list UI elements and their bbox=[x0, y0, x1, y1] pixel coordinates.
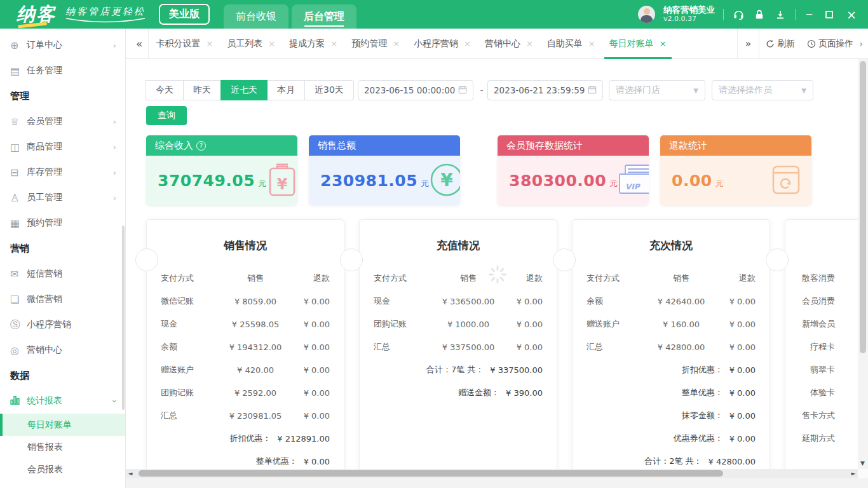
close-tab-icon[interactable]: × bbox=[464, 39, 471, 48]
tab[interactable]: 员工列表 × bbox=[220, 29, 282, 59]
sidebar-subitem-sales-report[interactable]: 销售报表 bbox=[0, 436, 125, 458]
operator-select[interactable]: 请选择操作员 ▼ bbox=[712, 80, 813, 100]
refresh-button[interactable]: 刷新 bbox=[759, 38, 801, 50]
range-button[interactable]: 昨天 bbox=[183, 80, 221, 100]
tab[interactable]: 自助买单 × bbox=[540, 29, 602, 59]
window-close-button[interactable]: × bbox=[844, 8, 859, 22]
tab[interactable]: 卡积分设置 × bbox=[149, 29, 220, 59]
scroll-left-arrow-icon[interactable]: ◄ bbox=[126, 470, 135, 477]
tab[interactable]: 提成方案 × bbox=[282, 29, 344, 59]
panel-times-card-situation: 充次情况 支付方式 销售 退款 余额 ¥ 42640.00 ¥ 0.00 赠送账… bbox=[572, 219, 770, 469]
panel-rows: 余额 ¥ 42640.00 ¥ 0.00 赠送账户 ¥ 160.00 ¥ 0.0… bbox=[573, 290, 770, 358]
range-button[interactable]: 近30天 bbox=[304, 80, 354, 100]
panel-rows: 现金 ¥ 336500.00 ¥ 0.00 团购记账 ¥ 1000.00 ¥ 0… bbox=[360, 290, 557, 358]
sidebar-section-marketing: 营销 bbox=[0, 236, 125, 261]
chevron-right-icon: › bbox=[113, 41, 116, 50]
page-operations-button[interactable]: 页面操作 bbox=[801, 38, 859, 50]
sidebar-item-goods-management[interactable]: ◫ 商品管理 › bbox=[0, 134, 125, 159]
topbar-divider bbox=[723, 9, 724, 20]
table-row: 汇总 ¥ 230981.05 ¥ 0.00 bbox=[147, 404, 344, 427]
summary-row: 赠送金额： ¥ 390.00 bbox=[360, 381, 557, 404]
close-tab-icon[interactable]: × bbox=[526, 39, 533, 48]
refund-box-icon bbox=[768, 163, 804, 199]
lock-icon[interactable] bbox=[753, 8, 766, 21]
vertical-scrollbar[interactable]: ▼ bbox=[858, 59, 868, 478]
loading-spinner bbox=[487, 264, 508, 287]
tab[interactable]: 预约管理 × bbox=[344, 29, 407, 59]
range-button[interactable]: 今天 bbox=[146, 80, 184, 100]
horizontal-scrollbar-thumb[interactable] bbox=[139, 470, 723, 477]
tab[interactable]: 营销中心 × bbox=[478, 29, 540, 59]
sidebar-item-staff-management[interactable]: ♙ 员工管理 › bbox=[0, 185, 125, 210]
sidebar-item-miniprogram-marketing[interactable]: Ⓢ 小程序营销 bbox=[0, 312, 125, 337]
calendar-icon bbox=[458, 85, 467, 96]
sidebar-item-sms-marketing[interactable]: ✉ 短信营销 bbox=[0, 261, 125, 287]
logo-text: 纳客 bbox=[17, 3, 56, 25]
row-label: 体验卡 bbox=[785, 381, 858, 404]
close-tab-icon[interactable]: × bbox=[393, 39, 400, 48]
range-button[interactable]: 本月 bbox=[267, 80, 305, 100]
tab[interactable]: 每日对账单 × bbox=[602, 29, 674, 59]
app-logo: 纳客 bbox=[17, 2, 56, 27]
sidebar-subitem-daily-statement[interactable]: 每日对账单 bbox=[0, 414, 125, 436]
sidebar-item-task-management[interactable]: ▤ 任务管理 bbox=[0, 58, 125, 83]
sidebar-item-member-management[interactable]: ♕ 会员管理 › bbox=[0, 109, 125, 134]
help-icon[interactable]: ? bbox=[196, 141, 206, 151]
search-button[interactable]: 查询 bbox=[146, 106, 187, 125]
panel-notch-decor bbox=[340, 248, 363, 271]
tab[interactable]: 小程序营销 × bbox=[407, 29, 478, 59]
tabs-collapse-icon[interactable]: « bbox=[126, 37, 148, 50]
topnav: 前台收银 后台管理 bbox=[224, 4, 356, 29]
chevron-right-icon[interactable]: › bbox=[859, 39, 868, 49]
sidebar-scrollbar[interactable] bbox=[122, 226, 125, 410]
sidebar-item-order-center[interactable]: ⊕ 订单中心 › bbox=[0, 32, 125, 58]
table-row: 微信记账 ¥ 8059.00 ¥ 0.00 bbox=[147, 290, 344, 313]
store-select[interactable]: 请选择门店 ▼ bbox=[609, 80, 705, 100]
refund-total-value: 0.00 bbox=[672, 172, 712, 190]
close-tab-icon[interactable]: × bbox=[660, 39, 667, 48]
envelope-icon: ✉ bbox=[10, 268, 27, 280]
scroll-down-arrow-icon[interactable]: ▼ bbox=[860, 460, 865, 466]
scrollbar-corner bbox=[858, 469, 868, 478]
tabs-expand-icon[interactable]: » bbox=[738, 37, 759, 50]
svg-text:VIP: VIP bbox=[625, 182, 641, 191]
close-tab-icon[interactable]: × bbox=[206, 39, 213, 48]
close-tab-icon[interactable]: × bbox=[588, 39, 595, 48]
panel-title: 充次情况 bbox=[573, 220, 770, 267]
window-minimize-button[interactable]: ─ bbox=[804, 9, 815, 20]
table-row: 余额 ¥ 194312.00 ¥ 0.00 bbox=[147, 336, 344, 358]
topbar: 纳客 纳客管店更轻松 美业版 前台收银 后台管理 纳客营销美业 v2.0.0.3… bbox=[0, 0, 868, 29]
sidebar-item-wechat-marketing[interactable]: ❏ 微信营销 bbox=[0, 287, 125, 312]
coin-yen-icon: ¥ bbox=[429, 162, 460, 200]
range-button[interactable]: 近七天 bbox=[220, 80, 268, 100]
topnav-front-cashier[interactable]: 前台收银 bbox=[224, 4, 288, 29]
table-row: 团购记账 ¥ 1000.00 ¥ 0.00 bbox=[360, 313, 557, 336]
sidebar-subitem-member-report[interactable]: 会员报表 bbox=[0, 458, 125, 480]
total-income-value: 370749.05 bbox=[158, 172, 255, 190]
sidebar-item-marketing-center[interactable]: ◎ 营销中心 bbox=[0, 337, 125, 363]
download-icon[interactable] bbox=[774, 8, 787, 21]
table-row: 赠送账户 ¥ 420.00 ¥ 0.00 bbox=[147, 358, 344, 381]
topnav-backend-admin[interactable]: 后台管理 bbox=[292, 4, 356, 29]
account-version: v2.0.0.37 bbox=[663, 15, 715, 24]
panel-row-labels: 散客消费 会员消费 新增会员 疗程卡 翡翠卡 体验 bbox=[785, 267, 858, 450]
close-tab-icon[interactable]: × bbox=[268, 39, 275, 48]
close-tab-icon[interactable]: × bbox=[330, 39, 337, 48]
panel-recharge-situation: 充值情况 支付方式 销售 退款 现金 ¥ 336500.00 ¥ 0.00 团购… bbox=[359, 219, 557, 469]
chevron-right-icon: › bbox=[113, 193, 116, 203]
receipt-yen-icon: ¥ bbox=[266, 162, 297, 200]
end-datetime-input[interactable]: 2023-06-21 23:59:59 bbox=[487, 80, 603, 100]
vertical-scrollbar-thumb[interactable] bbox=[860, 61, 866, 353]
sidebar-item-inventory-management[interactable]: ⊟ 库存管理 › bbox=[0, 159, 125, 185]
start-datetime-input[interactable]: 2023-06-15 00:00:00 bbox=[358, 80, 473, 100]
scroll-right-arrow-icon[interactable]: ► bbox=[849, 470, 858, 477]
app-slogan: 纳客管店更轻松 bbox=[65, 6, 146, 24]
avatar[interactable] bbox=[638, 6, 655, 23]
panel-column-headers: 支付方式 销售 退款 bbox=[360, 267, 557, 290]
window-maximize-button[interactable] bbox=[825, 11, 833, 18]
horizontal-scrollbar[interactable]: ◄ ► bbox=[126, 469, 858, 478]
sidebar-item-booking-management[interactable]: ▦ 预约管理 bbox=[0, 210, 125, 236]
support-headset-icon[interactable] bbox=[732, 8, 745, 21]
sidebar-item-statistics-reports[interactable]: 统计报表 › bbox=[0, 388, 125, 414]
member-prestored-value: 380300.00 bbox=[509, 172, 606, 190]
